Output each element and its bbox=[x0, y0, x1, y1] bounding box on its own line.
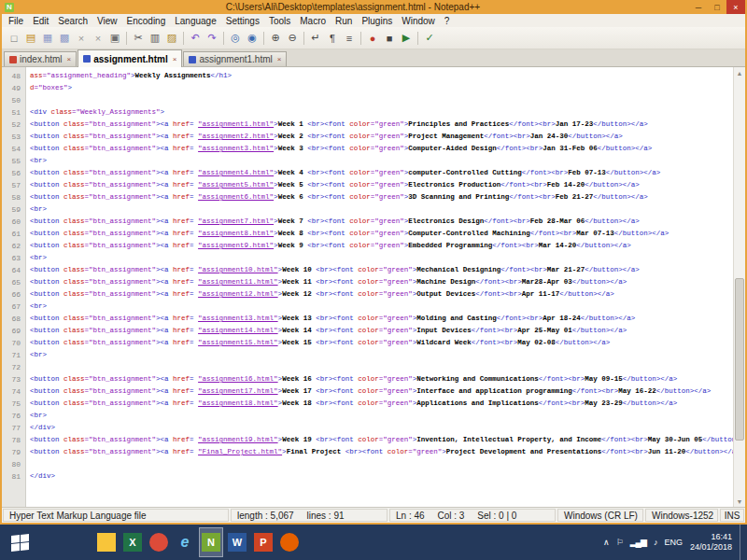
taskbar-notepad-plus-plus[interactable]: N bbox=[199, 527, 223, 557]
scroll-down-arrow-icon[interactable]: ▼ bbox=[737, 496, 743, 507]
code-line: <button class="btn_assignment"><a href= … bbox=[30, 216, 733, 228]
status-insert-mode: INS bbox=[720, 509, 744, 522]
code-line: <button class="btn_assignment"><a href= … bbox=[30, 373, 733, 385]
code-line: ass="assignment_heading">Weekly Assignme… bbox=[30, 70, 733, 82]
tab-index.html[interactable]: index.html× bbox=[4, 51, 77, 66]
word-wrap-icon[interactable]: ↵ bbox=[307, 30, 324, 47]
chrome-icon bbox=[149, 533, 168, 552]
tab-label: assignment.html bbox=[93, 54, 167, 64]
clock-time: 16:41 bbox=[711, 532, 732, 542]
code-line: <br> bbox=[30, 203, 733, 216]
menu-macro[interactable]: Macro bbox=[295, 14, 331, 27]
code-line: <button class="btn_assignment"><a href= … bbox=[30, 276, 733, 288]
tab-close-icon[interactable]: × bbox=[173, 55, 177, 63]
vertical-scrollbar[interactable]: ▲ ▼ bbox=[733, 67, 745, 507]
menu-search[interactable]: Search bbox=[53, 14, 92, 27]
line-number: 50 bbox=[2, 94, 25, 106]
code-line: <button class="btn_assignment"><a href= … bbox=[30, 288, 733, 301]
scrollbar-thumb[interactable] bbox=[735, 278, 744, 441]
record-macro-icon[interactable]: ● bbox=[364, 30, 381, 47]
zoom-out-icon[interactable]: ⊖ bbox=[284, 30, 301, 47]
line-number: 59 bbox=[2, 203, 25, 216]
volume-icon[interactable]: ♪ bbox=[654, 538, 657, 547]
taskbar-word[interactable]: W bbox=[225, 527, 249, 557]
code-line: </div> bbox=[30, 470, 733, 483]
line-number: 48 bbox=[2, 70, 25, 82]
code-line: <button class="btn_assignment"><a href= … bbox=[30, 131, 733, 143]
toolbar-separator bbox=[303, 32, 304, 45]
show-desktop-button[interactable] bbox=[740, 525, 745, 560]
menu-edit[interactable]: Edit bbox=[28, 14, 53, 27]
taskbar-powerpoint[interactable]: P bbox=[251, 527, 275, 557]
save-icon[interactable]: ▦ bbox=[39, 30, 56, 47]
taskbar-firefox[interactable] bbox=[277, 527, 302, 557]
menu-view[interactable]: View bbox=[92, 14, 122, 27]
language-indicator[interactable]: ENG bbox=[664, 538, 683, 547]
minimize-button[interactable]: ─ bbox=[689, 0, 708, 14]
spell-check-icon[interactable]: ✓ bbox=[421, 30, 438, 47]
line-number: 72 bbox=[2, 361, 25, 373]
close-button[interactable]: × bbox=[726, 0, 745, 14]
taskbar-excel[interactable]: X bbox=[120, 527, 145, 557]
tab-close-icon[interactable]: × bbox=[277, 55, 282, 63]
menu-window[interactable]: Window bbox=[397, 14, 440, 27]
code-line: <button class="btn_assignment"><a href= … bbox=[30, 167, 733, 179]
taskbar-internet-explorer[interactable]: e bbox=[173, 527, 197, 557]
find-icon[interactable]: ◎ bbox=[227, 30, 244, 47]
tab-assignment.html[interactable]: assignment.html× bbox=[78, 49, 182, 67]
line-number: 56 bbox=[2, 167, 25, 179]
action-center-icon[interactable]: ⚐ bbox=[616, 538, 623, 547]
tab-assignment1.html[interactable]: assignment1.html× bbox=[183, 51, 287, 66]
close-all-icon[interactable]: × bbox=[90, 30, 106, 47]
menu-plugins[interactable]: Plugins bbox=[357, 14, 397, 27]
taskbar-chrome[interactable] bbox=[147, 527, 171, 557]
menu-tools[interactable]: Tools bbox=[264, 14, 295, 27]
cut-icon[interactable]: ✂ bbox=[130, 30, 147, 47]
menu-file[interactable]: File bbox=[4, 14, 28, 27]
taskbar-apps: XeNWP bbox=[93, 525, 303, 560]
code-line: <button class="btn_assignment"><a href= … bbox=[30, 228, 733, 240]
taskbar-clock[interactable]: 16:41 24/01/2018 bbox=[690, 532, 732, 553]
maximize-button[interactable]: □ bbox=[708, 0, 726, 14]
code-line: <br> bbox=[30, 349, 733, 361]
line-number: 76 bbox=[2, 410, 25, 422]
hidden-icons-icon[interactable]: ∧ bbox=[603, 538, 609, 547]
toolbar-separator bbox=[126, 32, 127, 45]
redo-icon[interactable]: ↷ bbox=[204, 30, 220, 47]
toolbar-separator bbox=[263, 32, 264, 45]
save-all-icon[interactable]: ▩ bbox=[56, 30, 73, 47]
new-file-icon[interactable]: □ bbox=[6, 30, 22, 47]
menu-encoding[interactable]: Encoding bbox=[122, 14, 171, 27]
network-icon[interactable]: ▂▄▆ bbox=[630, 538, 646, 547]
tab-close-icon[interactable]: × bbox=[67, 55, 72, 63]
line-number: 54 bbox=[2, 143, 25, 155]
status-encoding: Windows-1252 bbox=[645, 509, 718, 522]
open-file-icon[interactable]: ▤ bbox=[22, 30, 39, 47]
menu-settings[interactable]: Settings bbox=[221, 14, 264, 27]
replace-icon[interactable]: ◉ bbox=[244, 30, 261, 47]
close-file-icon[interactable]: × bbox=[73, 30, 90, 47]
code-line: <br> bbox=[30, 155, 733, 167]
taskbar-file-explorer[interactable] bbox=[94, 527, 119, 557]
indent-guide-icon[interactable]: ≡ bbox=[341, 30, 358, 47]
menu-run[interactable]: Run bbox=[331, 14, 357, 27]
windows-logo-icon bbox=[11, 534, 29, 552]
code-line: <button class="btn_assignment"><a href= … bbox=[30, 191, 733, 203]
show-all-characters-icon[interactable]: ¶ bbox=[324, 30, 341, 47]
stop-macro-icon[interactable]: ■ bbox=[381, 30, 398, 47]
undo-icon[interactable]: ↶ bbox=[187, 30, 204, 47]
start-button[interactable] bbox=[0, 525, 39, 560]
menu-help[interactable]: ? bbox=[440, 14, 455, 27]
status-length-lines: length : 5,067 lines : 91 bbox=[231, 509, 388, 522]
zoom-in-icon[interactable]: ⊕ bbox=[267, 30, 284, 47]
menu-language[interactable]: Language bbox=[170, 14, 221, 27]
code-area[interactable]: ass="assignment_heading">Weekly Assignme… bbox=[26, 67, 733, 507]
copy-icon[interactable]: ▥ bbox=[147, 30, 163, 47]
toolbar-separator bbox=[360, 32, 361, 45]
code-line: d="boxes"> bbox=[30, 82, 733, 94]
play-macro-icon[interactable]: ▶ bbox=[398, 30, 415, 47]
scroll-up-arrow-icon[interactable]: ▲ bbox=[737, 67, 743, 78]
paste-icon[interactable]: ▨ bbox=[163, 30, 180, 47]
editor: 4849505152535455565758596061626364656667… bbox=[2, 67, 745, 507]
print-icon[interactable]: ▣ bbox=[106, 30, 123, 47]
